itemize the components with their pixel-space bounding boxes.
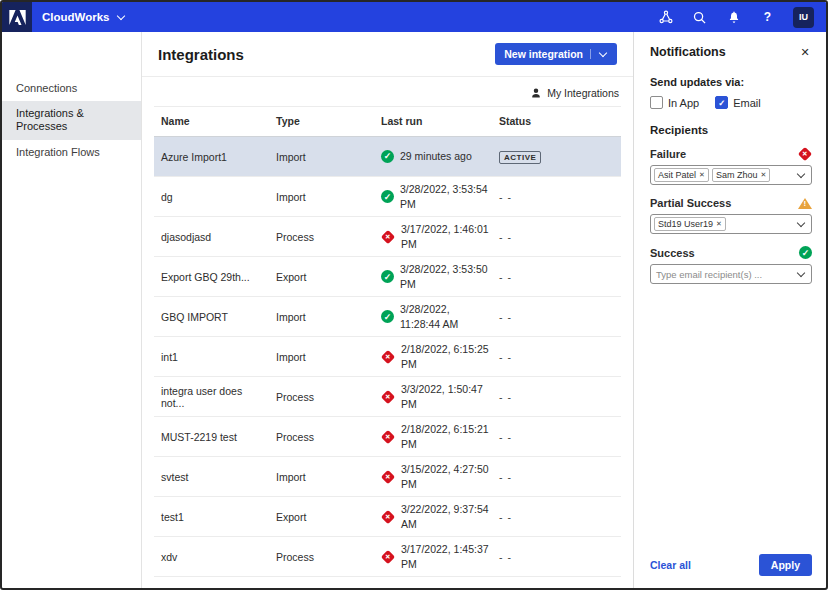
recipient-chip[interactable]: Std19 User19 [654,217,726,231]
integration-type: Export [276,511,381,523]
workspace-switcher[interactable]: CloudWorks [42,11,126,23]
in-app-checkbox-row[interactable]: In App [650,96,699,109]
search-icon[interactable] [691,9,708,26]
bell-icon[interactable] [725,9,742,26]
failure-group-row: Failure [650,148,812,160]
status-cell: - - [499,351,621,363]
chevron-down-icon[interactable] [796,170,806,180]
chip-remove-icon[interactable] [716,220,722,228]
table-row[interactable]: integra user does not... Process 3/3/202… [154,377,621,417]
table-row[interactable]: svtest Import 3/15/2022, 4:27:50 PM - - [154,457,621,497]
sidebar-item-label: Integrations & Processes [16,107,84,132]
table-row[interactable]: test1 Export 3/22/2022, 9:37:54 AM - - [154,497,621,537]
last-run-cell: 29 minutes ago [381,149,499,163]
main-content: Integrations New integration My Integrat… [142,32,633,588]
chip-remove-icon[interactable] [699,171,705,179]
success-recipients-select[interactable]: Type email recipient(s) ... [650,264,812,284]
column-header-type[interactable]: Type [276,115,381,127]
in-app-checkbox[interactable] [650,96,663,109]
integration-name: dg [161,191,276,203]
table-row[interactable]: xdv Process 3/17/2022, 1:45:37 PM - - [154,537,621,577]
integration-name: integra user does not... [161,385,276,409]
new-integration-label: New integration [504,48,583,60]
run-status-icon [381,469,395,483]
table-row[interactable]: MUST-2219 test Process 2/18/2022, 6:15:2… [154,417,621,457]
partial-success-label: Partial Success [650,197,731,209]
sidebar-item-integrations-processes[interactable]: Integrations & Processes [2,101,141,139]
notifications-title: Notifications [650,45,726,59]
email-checkbox[interactable] [715,96,728,109]
recipient-chip[interactable]: Sam Zhou [712,168,770,182]
chip-label: Asit Patel [658,170,696,180]
last-run-cell: 3/15/2022, 4:27:50 PM [381,462,499,490]
sidebar-item-connections[interactable]: Connections [2,76,141,101]
chevron-down-icon[interactable] [796,269,806,279]
integration-type: Import [276,471,381,483]
recipient-chip[interactable]: Asit Patel [654,168,709,182]
status-cell: - - [499,231,621,243]
community-icon[interactable] [657,9,674,26]
table-row[interactable]: dg Import 3/28/2022, 3:53:54 PM - - [154,177,621,217]
app-window: CloudWorks IU [0,0,828,590]
email-checkbox-row[interactable]: Email [715,96,761,109]
table-header: Name Type Last run Status [154,106,621,137]
email-label: Email [733,97,761,109]
column-header-status[interactable]: Status [499,115,621,127]
integration-name: test1 [161,511,276,523]
status-cell: - - [499,511,621,523]
app-body: Connections Integrations & Processes Int… [2,32,826,588]
last-run-text: 3/28/2022, 3:53:50 PM [400,262,490,290]
success-status-icon [799,246,812,259]
panel-footer: Clear all Apply [650,554,812,576]
close-icon[interactable] [798,45,812,59]
clear-all-link[interactable]: Clear all [650,559,691,571]
failure-recipients-select[interactable]: Asit Patel Sam Zhou [650,165,812,185]
notifications-panel-header: Notifications [650,45,812,59]
run-status-icon [381,229,395,243]
table-row[interactable]: GBQ IMPORT Import 3/28/2022, 11:28:44 AM… [154,297,621,337]
status-cell: - - [499,391,621,403]
integration-name: MUST-2219 test [161,431,276,443]
sidebar-item-integration-flows[interactable]: Integration Flows [2,140,141,165]
status-cell: - - [499,431,621,443]
notification-channels: In App Email [650,96,812,109]
avatar[interactable]: IU [793,7,814,28]
table-row[interactable]: Export GBQ 29th... Export 3/28/2022, 3:5… [154,257,621,297]
new-integration-button[interactable]: New integration [495,43,617,65]
column-header-last-run[interactable]: Last run [381,115,499,127]
in-app-label: In App [668,97,699,109]
last-run-text: 3/15/2022, 4:27:50 PM [401,462,491,490]
integration-type: Import [276,151,381,163]
last-run-text: 3/22/2022, 9:37:54 AM [401,502,491,530]
brand-name: CloudWorks [42,11,110,23]
run-status-icon [381,190,394,203]
status-badge: - - [499,391,512,403]
table-row[interactable]: djasodjasd Process 3/17/2022, 1:46:01 PM… [154,217,621,257]
my-integrations-filter[interactable]: My Integrations [530,87,619,99]
apply-button[interactable]: Apply [759,554,812,576]
last-run-text: 3/28/2022, 3:53:54 PM [400,182,490,210]
chevron-down-icon[interactable] [796,219,806,229]
integration-type: Process [276,551,381,563]
last-run-cell: 2/18/2022, 6:15:21 PM [381,422,499,450]
last-run-cell: 3/3/2022, 1:50:47 PM [381,382,499,410]
table-row[interactable]: int1 Import 2/18/2022, 6:15:25 PM - - [154,337,621,377]
status-cell: - - [499,471,621,483]
last-run-text: 3/28/2022, 11:28:44 AM [400,302,490,330]
column-header-name[interactable]: Name [161,115,276,127]
status-cell: - - [499,551,621,563]
topbar: CloudWorks IU [2,2,826,32]
run-status-icon [381,389,395,403]
integration-name: xdv [161,551,276,563]
chip-label: Std19 User19 [658,219,713,229]
table-row[interactable]: Azure Import1 Import 29 minutes ago ACTI… [154,137,621,177]
partial-success-recipients-select[interactable]: Std19 User19 [650,214,812,234]
help-icon[interactable] [759,9,776,26]
chip-remove-icon[interactable] [760,171,766,179]
sidebar: Connections Integrations & Processes Int… [2,32,142,588]
topbar-actions: IU [657,7,826,28]
chip-label: Sam Zhou [716,170,758,180]
status-badge: - - [499,431,512,443]
run-status-icon [381,310,394,323]
success-group-row: Success [650,246,812,259]
